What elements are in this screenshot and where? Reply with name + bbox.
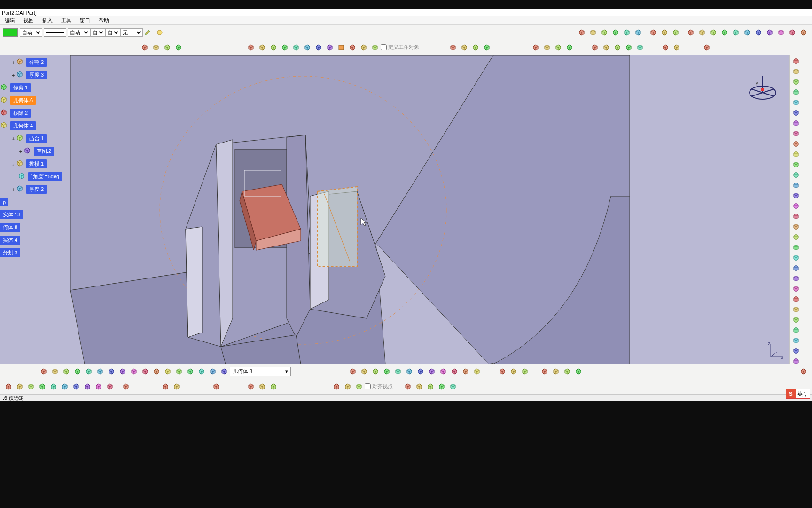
view-n-icon[interactable] <box>185 366 195 377</box>
view-a-icon[interactable] <box>39 366 49 377</box>
right-tool-20-icon[interactable] <box>790 263 801 273</box>
knowledge-a-icon[interactable] <box>497 366 508 377</box>
view-p-icon[interactable] <box>208 366 218 377</box>
align-viewpoint-checkbox[interactable]: 对齐视点 <box>365 383 393 390</box>
tree-item[interactable]: -拔模.1 <box>0 158 70 170</box>
nav-d-icon[interactable] <box>37 381 47 392</box>
measure-compass-icon[interactable] <box>622 27 632 38</box>
tree-item[interactable]: 修剪.1 <box>0 81 70 94</box>
graph-c-icon[interactable] <box>562 366 572 377</box>
body-b-icon[interactable] <box>359 42 369 53</box>
3d-viewport[interactable]: y z x <box>0 55 812 364</box>
right-tool-23-icon[interactable] <box>790 294 801 304</box>
material-c-icon[interactable] <box>268 381 279 392</box>
view-b-icon[interactable] <box>50 366 60 377</box>
right-tool-18-icon[interactable] <box>790 242 801 253</box>
assemble-d-icon[interactable] <box>482 42 492 53</box>
measure-warp-icon[interactable] <box>633 27 643 38</box>
analyze-c-icon[interactable] <box>553 42 563 53</box>
graph-d-icon[interactable] <box>573 366 584 377</box>
feature-h-icon[interactable] <box>765 27 775 38</box>
sketch-c-icon[interactable] <box>162 42 172 53</box>
menu-window[interactable]: 窗口 <box>76 16 94 24</box>
std-j-icon[interactable] <box>449 366 460 377</box>
right-tool-17-icon[interactable] <box>790 232 801 242</box>
feature-a-icon[interactable] <box>686 27 696 38</box>
tree-item[interactable]: +厚度.3 <box>0 69 70 81</box>
transform-e-icon[interactable] <box>635 42 645 53</box>
tree-expander-icon[interactable]: + <box>10 60 16 65</box>
std-e-icon[interactable] <box>393 366 403 377</box>
right-tool-11-icon[interactable] <box>790 170 801 180</box>
std-l-icon[interactable] <box>472 366 482 377</box>
right-tool-7-icon[interactable] <box>790 128 801 139</box>
axis-a-icon[interactable] <box>211 381 221 392</box>
graph-a-icon[interactable] <box>539 366 550 377</box>
right-tool-3-icon[interactable] <box>790 87 801 97</box>
surface-g-icon[interactable] <box>313 42 324 53</box>
nav-b-icon[interactable] <box>15 381 25 392</box>
tree-item[interactable]: 分割.3 <box>0 246 70 259</box>
right-tool-19-icon[interactable] <box>790 253 801 263</box>
measure-cage-icon[interactable] <box>610 27 621 38</box>
surface-c-icon[interactable] <box>268 42 279 53</box>
std-c-icon[interactable] <box>370 366 381 377</box>
minimize-button[interactable]: — <box>789 8 807 16</box>
right-tool-6-icon[interactable] <box>790 118 801 128</box>
std-f-icon[interactable] <box>404 366 414 377</box>
nav-g-icon[interactable] <box>71 381 81 392</box>
apply-a-icon[interactable] <box>648 27 658 38</box>
tree-expander-icon[interactable]: + <box>18 149 23 154</box>
sketch-b-icon[interactable] <box>151 42 161 53</box>
right-tool-26-icon[interactable] <box>790 325 801 335</box>
tree-item[interactable]: 实体.13 <box>0 208 70 221</box>
right-tool-21-icon[interactable] <box>790 273 801 284</box>
menu-view[interactable]: 视图 <box>20 16 38 24</box>
assemble-c-icon[interactable] <box>470 42 481 53</box>
update-b-icon[interactable] <box>172 381 182 392</box>
tree-item[interactable]: +草图.2 <box>0 145 70 158</box>
misc-e-icon[interactable] <box>448 381 458 392</box>
right-tool-29-icon[interactable] <box>790 356 801 364</box>
feature-f-icon[interactable] <box>742 27 752 38</box>
paint-icon[interactable] <box>155 27 165 38</box>
tree-item[interactable]: `角度`=5deg <box>0 170 70 183</box>
material-a-icon[interactable] <box>246 381 256 392</box>
sketch-d-icon[interactable] <box>173 42 184 53</box>
right-tool-2-icon[interactable] <box>790 77 801 87</box>
view-f-icon[interactable] <box>95 366 105 377</box>
transform-c-icon[interactable] <box>612 42 623 53</box>
surface-d-icon[interactable] <box>280 42 290 53</box>
tree-item[interactable]: +分割.2 <box>0 56 70 69</box>
right-tool-4-icon[interactable] <box>790 97 801 108</box>
std-h-icon[interactable] <box>427 366 437 377</box>
view-h-icon[interactable] <box>117 366 128 377</box>
misc-c-icon[interactable] <box>425 381 436 392</box>
tree-item[interactable]: p <box>0 196 70 208</box>
view-compass[interactable]: y <box>746 74 779 102</box>
misc-b-icon[interactable] <box>414 381 424 392</box>
body-a-icon[interactable] <box>347 42 358 53</box>
body-c-icon[interactable] <box>370 42 380 53</box>
feature-k-icon[interactable] <box>798 27 809 38</box>
transform-b-icon[interactable] <box>601 42 611 53</box>
right-tool-13-icon[interactable] <box>790 190 801 201</box>
surface-a-icon[interactable] <box>246 42 256 53</box>
tree-item[interactable]: 实体.4 <box>0 234 70 246</box>
selection-combo[interactable]: 几何体.8 ▾ <box>230 367 291 376</box>
right-tool-0-icon[interactable] <box>790 56 801 66</box>
right-tool-8-icon[interactable] <box>790 139 801 149</box>
std-i-icon[interactable] <box>438 366 448 377</box>
snap-b-icon[interactable] <box>343 381 353 392</box>
std-a-icon[interactable] <box>348 366 358 377</box>
analyze-b-icon[interactable] <box>542 42 552 53</box>
feature-i-icon[interactable] <box>776 27 786 38</box>
measure-box-icon[interactable] <box>577 27 587 38</box>
define-work-object-checkbox[interactable]: 定义工作对象 <box>381 44 419 51</box>
tree-item[interactable]: +凸台.1 <box>0 132 70 145</box>
nav-h-icon[interactable] <box>82 381 93 392</box>
graph-b-icon[interactable] <box>551 366 561 377</box>
nav-i-icon[interactable] <box>94 381 104 392</box>
surface-e-icon[interactable] <box>291 42 301 53</box>
combo-auto-2[interactable]: 自动 <box>68 28 90 37</box>
